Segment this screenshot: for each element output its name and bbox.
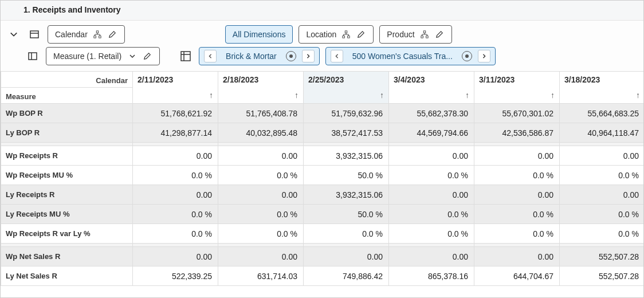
location-dimension-pill[interactable]: Location — [299, 25, 374, 44]
pencil-icon[interactable] — [142, 51, 152, 61]
row-header[interactable]: Wp Receipts MU % — [1, 166, 133, 185]
data-cell[interactable]: 0.00 — [389, 146, 474, 166]
data-cell[interactable]: 0.00 — [474, 146, 560, 166]
data-cell[interactable]: 0.00 — [474, 185, 560, 205]
data-cell[interactable]: 0.0 % — [133, 224, 218, 244]
data-cell[interactable]: 0.0 % — [560, 224, 644, 244]
data-cell[interactable]: 51,765,408.78 — [218, 104, 304, 123]
data-cell[interactable]: 50.0 % — [304, 166, 389, 185]
data-cell[interactable]: 0.0 % — [133, 166, 218, 185]
data-cell[interactable]: 0.0 % — [218, 205, 304, 224]
row-header[interactable]: Wp Receipts R — [1, 146, 133, 166]
data-cell[interactable]: 55,670,301.02 — [474, 104, 560, 123]
row-header[interactable]: Wp BOP R — [1, 104, 133, 123]
data-cell[interactable]: 0.0 % — [474, 205, 560, 224]
data-cell[interactable]: 0.00 — [133, 247, 218, 266]
data-cell[interactable]: 631,714.03 — [218, 266, 304, 286]
data-cell[interactable]: 0.0 % — [304, 224, 389, 244]
hierarchy-icon[interactable] — [419, 29, 430, 40]
hierarchy-icon[interactable] — [341, 29, 351, 40]
data-cell[interactable]: 0.00 — [560, 185, 644, 205]
data-cell[interactable]: 44,569,794.66 — [389, 123, 474, 143]
sort-asc-icon[interactable]: ↑ — [465, 91, 469, 100]
column-header[interactable]: 3/11/2023↑ — [474, 72, 560, 104]
hierarchy-icon[interactable] — [92, 29, 103, 40]
data-cell[interactable]: 40,964,118.47 — [560, 123, 644, 143]
data-cell[interactable]: 55,682,378.30 — [389, 104, 474, 123]
sort-asc-icon[interactable]: ↑ — [209, 91, 213, 100]
data-cell[interactable]: 55,664,683.25 — [560, 104, 644, 123]
data-cell[interactable]: 0.0 % — [133, 205, 218, 224]
data-cell[interactable]: 552,507.28 — [560, 247, 644, 266]
data-cell[interactable]: 0.00 — [304, 247, 389, 266]
data-cell[interactable]: 644,704.67 — [474, 266, 560, 286]
location-next-button[interactable] — [302, 50, 315, 62]
data-cell[interactable]: 51,759,632.96 — [304, 104, 389, 123]
pivot-button[interactable] — [178, 49, 193, 64]
data-cell[interactable]: 0.00 — [389, 247, 474, 266]
data-cell[interactable]: 0.00 — [389, 185, 474, 205]
product-next-button[interactable] — [478, 50, 490, 62]
data-cell[interactable]: 51,768,621.92 — [133, 104, 218, 123]
data-cell[interactable]: 0.00 — [218, 247, 304, 266]
data-cell[interactable]: 0.0 % — [474, 224, 560, 244]
pencil-icon[interactable] — [107, 29, 117, 40]
data-cell[interactable]: 0.00 — [218, 146, 304, 166]
target-icon[interactable] — [462, 51, 472, 61]
measure-dropdown[interactable]: Measure (1. Retail) — [46, 47, 160, 65]
svg-rect-0 — [30, 31, 38, 38]
row-header[interactable]: Ly BOP R — [1, 123, 133, 143]
target-icon[interactable] — [286, 51, 296, 61]
data-grid[interactable]: Calendar2/11/2023↑2/18/2023↑2/25/2023↑3/… — [1, 71, 643, 286]
data-cell[interactable]: 3,932,315.06 — [304, 146, 389, 166]
data-cell[interactable]: 0.0 % — [389, 205, 474, 224]
location-prev-button[interactable] — [204, 50, 217, 62]
row-header[interactable]: Ly Receipts MU % — [1, 205, 133, 224]
pencil-icon[interactable] — [356, 29, 366, 40]
data-cell[interactable]: 0.00 — [474, 247, 560, 266]
data-cell[interactable]: 522,339.25 — [133, 266, 218, 286]
column-header[interactable]: 2/18/2023↑ — [218, 72, 304, 104]
pencil-icon[interactable] — [434, 29, 445, 40]
data-cell[interactable]: 42,536,586.87 — [474, 123, 560, 143]
data-cell[interactable]: 40,032,895.48 — [218, 123, 304, 143]
data-cell[interactable]: 0.0 % — [560, 166, 644, 185]
collapse-toggle[interactable] — [6, 27, 21, 42]
data-cell[interactable]: 0.0 % — [560, 205, 644, 224]
row-header[interactable]: Wp Net Sales R — [1, 247, 133, 266]
calendar-dimension-pill[interactable]: Calendar — [48, 25, 125, 44]
all-dimensions-pill[interactable]: All Dimensions — [225, 25, 293, 44]
data-cell[interactable]: 0.0 % — [218, 224, 304, 244]
column-header[interactable]: 2/25/2023↑ — [304, 72, 389, 104]
data-cell[interactable]: 41,298,877.14 — [133, 123, 218, 143]
row-header[interactable]: Ly Receipts R — [1, 185, 133, 205]
column-layout-button[interactable] — [25, 49, 40, 64]
data-cell[interactable]: 552,507.28 — [560, 266, 644, 286]
data-cell[interactable]: 0.00 — [133, 146, 218, 166]
data-cell[interactable]: 0.0 % — [389, 224, 474, 244]
row-header[interactable]: Ly Net Sales R — [1, 266, 133, 286]
data-cell[interactable]: 0.0 % — [389, 166, 474, 185]
row-layout-button[interactable] — [27, 27, 42, 42]
data-cell[interactable]: 50.0 % — [304, 205, 389, 224]
sort-asc-icon[interactable]: ↑ — [380, 91, 384, 100]
sort-asc-icon[interactable]: ↑ — [294, 91, 299, 100]
data-cell[interactable]: 38,572,417.53 — [304, 123, 389, 143]
data-cell[interactable]: 0.00 — [560, 146, 644, 166]
product-prev-button[interactable] — [331, 50, 343, 62]
data-cell[interactable]: 0.00 — [218, 185, 304, 205]
data-cell[interactable]: 0.00 — [133, 185, 218, 205]
data-cell[interactable]: 0.0 % — [218, 166, 304, 185]
sort-asc-icon[interactable]: ↑ — [551, 91, 555, 100]
column-header[interactable]: 2/11/2023↑ — [133, 72, 218, 104]
column-header[interactable]: 3/18/2023↑ — [560, 72, 644, 104]
data-cell[interactable]: 0.0 % — [474, 166, 560, 185]
location-label: Location — [306, 30, 336, 39]
data-cell[interactable]: 865,378.16 — [389, 266, 474, 286]
data-cell[interactable]: 749,886.42 — [304, 266, 389, 286]
row-header[interactable]: Wp Receipts R var Ly % — [1, 224, 133, 244]
product-dimension-pill[interactable]: Product — [379, 25, 451, 44]
sort-asc-icon[interactable]: ↑ — [636, 91, 640, 100]
column-header[interactable]: 3/4/2023↑ — [389, 72, 474, 104]
data-cell[interactable]: 3,932,315.06 — [304, 185, 389, 205]
